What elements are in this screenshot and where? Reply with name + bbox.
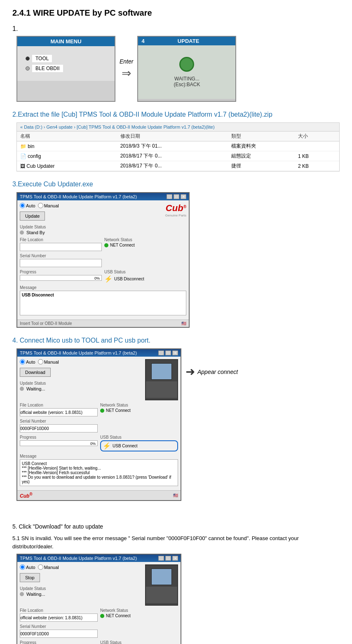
minimize-btn-step5[interactable]: _ [158,556,164,561]
file-size-cell: 2 KB [295,161,339,171]
update-header: 4 UPDATE [138,37,235,45]
enter-label: Enter [120,58,133,65]
update-status-section-step4: Waiting... [20,386,59,391]
progress-label-step4: Progress [20,435,98,440]
step5-title2: 5.1 SN is invalid. You will see the erro… [12,534,340,550]
auto-radio-input-step3[interactable] [20,203,25,208]
manual-radio-step3[interactable]: Manual [38,203,59,208]
update-header-title: UPDATE [178,38,199,44]
cub-logo-step3: Cub® [165,203,186,214]
usb-connect-label-step4: USB Connect [113,444,138,448]
serial-input-step5[interactable] [20,630,98,638]
radio-group-step5: Auto Manual [20,564,59,570]
serial-label-step4: Serial Number [20,419,98,423]
minimize-btn-step4[interactable]: _ [158,350,164,355]
form-mid-step4: Serial Number [20,419,178,432]
footer-text-step3: Insert Tool or OBD-II Module [20,321,72,326]
window-controls-step3[interactable]: _ □ ✕ [167,194,186,199]
menu-text-ble: BLE OBDII [32,65,63,72]
status-dot-step4 [20,387,24,391]
message-label-step4: Message [20,454,178,458]
maximize-btn-step4[interactable]: □ [165,350,171,355]
titlebar-step5: TPMS Tool & OBD-II Module Update Platfor… [17,555,181,562]
update-status-label-step3: Update Status [20,225,59,229]
manual-radio-input-step3[interactable] [38,203,43,208]
menu-item-tool: TOOL [26,55,106,62]
file-loc-input-step5[interactable] [20,613,98,622]
close-btn-step5[interactable]: ✕ [172,556,178,561]
message-section-step3: Message USB Disconnect [20,285,186,315]
serial-label-step3: Serial Number [20,254,102,258]
progress-label-step5: Progress [20,640,98,644]
file-table-row: 📁 bin 2018/9/3 下午 01... 檔案資料夾 [17,141,339,151]
progress-text-step4: 0% [90,441,96,447]
net-connect-label-step3: NET Connect [110,243,135,247]
status-dot-step3 [20,230,24,235]
enter-arrow: Enter ⇒ [120,58,133,80]
auto-radio-step3[interactable]: Auto [20,203,35,208]
message-line: USB Connect [22,461,176,466]
step4-title: 4. Connect Mico usb to TOOL and PC usb p… [12,337,340,344]
updater-window-step3: TPMS Tool & OBD-II Module Update Platfor… [16,192,190,328]
step4-container: TPMS Tool & OBD-II Module Update Platfor… [12,348,340,501]
form-mid-step5: Serial Number [20,624,178,638]
appear-connect-text: Appear connect [197,369,238,375]
page-title: 2.4.1 WIRE UPDATE by PC software [12,8,340,18]
usb-icon-step4: ⚡ [103,442,111,450]
manual-radio-step5[interactable]: Manual [38,564,59,570]
flag-icon-step3: 🇺🇸 [181,321,186,326]
menu-text-tool: TOOL [32,55,52,62]
spacer [12,510,340,522]
window-controls-step4[interactable]: _ □ ✕ [158,350,178,355]
progress-bar-step4: 0% [20,440,98,446]
usb-status-label-step5: USB Status [100,640,178,644]
status-dot-step5 [20,592,24,596]
auto-radio-step5[interactable]: Auto [20,564,35,570]
left-panel-step4: Auto Manual Download Update Status [20,359,59,391]
update-button-step3[interactable]: Update [20,212,45,221]
serial-input-step4[interactable] [20,424,98,432]
radio-icon-ble [26,66,30,71]
main-menu-header: MAIN MENU [17,37,115,46]
close-btn-step3[interactable]: ✕ [181,194,186,199]
file-loc-input-step4[interactable] [20,408,98,416]
auto-radio-input-step5[interactable] [20,564,25,570]
manual-radio-input-step4[interactable] [38,359,43,364]
window-footer-step4: Cub® 🇺🇸 [17,490,181,500]
auto-radio-input-step4[interactable] [20,359,25,364]
maximize-btn-step5[interactable]: □ [165,556,171,561]
manual-radio-input-step5[interactable] [38,564,43,570]
file-table: 名稱 修改日期 類型 大小 📁 bin 2018/9/3 下午 01... 檔案… [17,132,339,171]
file-size-cell [295,141,339,151]
serial-input-step3[interactable] [20,259,102,267]
file-loc-input-step3[interactable] [20,243,102,251]
close-btn-step4[interactable]: ✕ [172,350,178,355]
auto-radio-step4[interactable]: Auto [20,359,35,364]
window-title-step4: TPMS Tool & OBD-II Module Update Platfor… [20,350,137,355]
download-button-step4[interactable]: Download [20,368,51,377]
window-body-step3: Auto Manual Update Update Status [17,200,189,320]
radio-group-step4: Auto Manual [20,359,59,364]
update-screen: 4 UPDATE WAITING... (Esc):BACK [137,36,236,102]
window-title-step3: TPMS Tool & OBD-II Module Update Platfor… [20,194,137,199]
waiting-label-step4: Waiting... [26,386,45,391]
minimize-btn-step3[interactable]: _ [167,194,172,199]
step1-images: MAIN MENU TOOL BLE OBDII Enter ⇒ 4 UPDAT… [16,36,340,102]
net-connect-row-step5: NET Connect [100,613,178,618]
step3-section: 3.Execute Cub Updater.exe TPMS Tool & OB… [12,181,340,328]
window-controls-step5[interactable]: _ □ ✕ [158,556,178,561]
usb-connect-highlighted: ⚡ USB Connect [100,440,178,451]
progress-section-step5: Progress 0% USB Status ⚡ USB Connect [20,640,178,644]
maximize-btn-step3[interactable]: □ [174,194,179,199]
col-size: 大小 [295,132,339,141]
col-type: 類型 [228,132,295,141]
file-table-header: 名稱 修改日期 類型 大小 [17,132,339,141]
manual-radio-step4[interactable]: Manual [38,359,59,364]
col-name: 名稱 [17,132,117,141]
net-dot-step5 [100,614,104,618]
step2-section: 2.Extract the file [Cub] TPMS Tool & OBD… [12,111,340,172]
window-body-step4: Auto Manual Download Update Status [17,357,181,490]
file-size-cell: 1 KB [295,151,339,161]
step5-section: 5. Click "Download" for auto update 5.1 … [12,522,340,644]
stop-button-step5[interactable]: Stop [20,573,40,582]
